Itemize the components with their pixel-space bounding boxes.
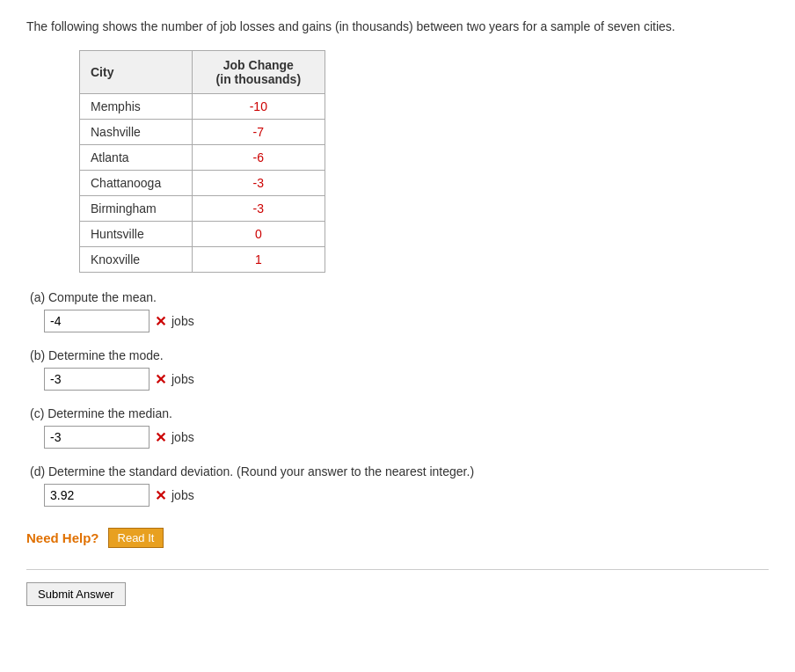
question-label-c: (c) Determine the median. <box>30 406 769 420</box>
value-cell: -3 <box>192 196 325 222</box>
answer-input-b[interactable] <box>44 368 150 391</box>
unit-label-b: jobs <box>171 372 194 386</box>
table-row: Birmingham-3 <box>80 196 325 222</box>
data-table-wrapper: City Job Change(in thousands) Memphis-10… <box>79 50 769 273</box>
question-block-b: (b) Determine the mode.✕jobs <box>30 348 769 391</box>
city-cell: Atlanta <box>80 145 193 171</box>
value-cell: -7 <box>192 120 325 145</box>
city-cell: Nashville <box>80 120 193 145</box>
value-cell: -3 <box>192 171 325 196</box>
city-cell: Huntsville <box>80 222 193 247</box>
submit-button[interactable]: Submit Answer <box>26 582 126 606</box>
table-row: Atlanta-6 <box>80 145 325 171</box>
answer-row-a: ✕jobs <box>44 310 769 332</box>
answer-input-a[interactable] <box>44 310 150 332</box>
answer-input-c[interactable] <box>44 426 150 449</box>
answer-row-b: ✕jobs <box>44 368 769 391</box>
question-label-a: (a) Compute the mean. <box>30 290 769 304</box>
value-cell: -6 <box>192 145 325 171</box>
divider <box>26 569 769 570</box>
wrong-icon-a: ✕ <box>155 313 166 330</box>
question-label-d: (d) Determine the standard deviation. (R… <box>30 464 769 478</box>
question-block-c: (c) Determine the median.✕jobs <box>30 406 769 449</box>
submit-row: Submit Answer <box>26 579 769 606</box>
answer-row-c: ✕jobs <box>44 426 769 449</box>
table-row: Nashville-7 <box>80 120 325 145</box>
answer-row-d: ✕jobs <box>44 484 769 507</box>
intro-text: The following shows the number of job lo… <box>26 18 769 36</box>
question-label-b: (b) Determine the mode. <box>30 348 769 362</box>
wrong-icon-d: ✕ <box>155 487 166 504</box>
unit-label-a: jobs <box>171 314 194 328</box>
unit-label-c: jobs <box>171 430 194 444</box>
question-block-d: (d) Determine the standard deviation. (R… <box>30 464 769 507</box>
city-cell: Chattanooga <box>80 171 193 196</box>
col-header-job-change: Job Change(in thousands) <box>192 51 325 94</box>
table-row: Memphis-10 <box>80 94 325 120</box>
answer-input-d[interactable] <box>44 484 150 507</box>
need-help-section: Need Help? Read It <box>26 528 769 548</box>
unit-label-d: jobs <box>171 488 194 502</box>
city-cell: Memphis <box>80 94 193 120</box>
question-block-a: (a) Compute the mean.✕jobs <box>30 290 769 332</box>
col-header-city: City <box>80 51 193 94</box>
job-change-table: City Job Change(in thousands) Memphis-10… <box>79 50 325 273</box>
city-cell: Birmingham <box>80 196 193 222</box>
table-row: Huntsville0 <box>80 222 325 247</box>
value-cell: 0 <box>192 222 325 247</box>
table-row: Chattanooga-3 <box>80 171 325 196</box>
city-cell: Knoxville <box>80 247 193 273</box>
wrong-icon-c: ✕ <box>155 429 166 446</box>
read-it-button[interactable]: Read It <box>108 528 164 548</box>
value-cell: 1 <box>192 247 325 273</box>
wrong-icon-b: ✕ <box>155 371 166 388</box>
need-help-label: Need Help? <box>26 530 99 545</box>
table-row: Knoxville1 <box>80 247 325 273</box>
value-cell: -10 <box>192 94 325 120</box>
